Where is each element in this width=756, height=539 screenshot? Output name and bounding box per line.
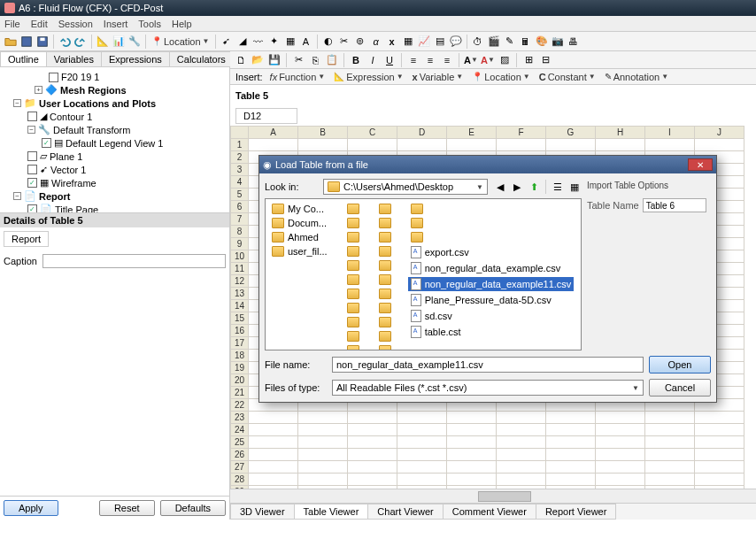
file-item[interactable]: table.cst bbox=[408, 325, 575, 339]
node-f20[interactable]: F20 19 1 bbox=[61, 72, 99, 82]
lookin-combo[interactable]: C:\Users\Ahmed\Desktop ▼ bbox=[323, 179, 488, 195]
cell[interactable] bbox=[546, 436, 596, 449]
cell[interactable] bbox=[695, 412, 744, 424]
cell[interactable] bbox=[447, 461, 497, 474]
bg-icon[interactable]: ▨ bbox=[498, 53, 512, 67]
node-tp[interactable]: Title Page bbox=[55, 204, 98, 214]
cell[interactable] bbox=[695, 461, 744, 474]
cell[interactable] bbox=[447, 474, 497, 486]
row-header[interactable]: 28 bbox=[231, 474, 249, 486]
cancel-button[interactable]: Cancel bbox=[649, 379, 711, 397]
cell[interactable] bbox=[546, 486, 596, 489]
save-icon[interactable] bbox=[19, 35, 34, 49]
folder-item[interactable] bbox=[344, 330, 362, 343]
cell[interactable] bbox=[596, 449, 645, 461]
merge-icon[interactable]: ⊟ bbox=[538, 53, 552, 67]
row-header[interactable]: 7 bbox=[231, 213, 249, 226]
cell[interactable] bbox=[497, 486, 546, 489]
border-icon[interactable]: ⊞ bbox=[521, 53, 536, 67]
legend-icon[interactable]: ▤ bbox=[433, 35, 447, 49]
stream-icon[interactable]: 〰 bbox=[251, 35, 266, 49]
file-name-input[interactable] bbox=[332, 357, 644, 373]
align-center-icon[interactable]: ≡ bbox=[423, 53, 437, 67]
node-report[interactable]: Report bbox=[39, 191, 70, 202]
cell[interactable] bbox=[497, 449, 546, 461]
tool3-icon[interactable]: 🔧 bbox=[127, 35, 142, 49]
toggle-ulp[interactable]: − bbox=[13, 99, 21, 107]
defaults-button[interactable]: Defaults bbox=[160, 500, 226, 516]
row-header[interactable]: 9 bbox=[231, 238, 249, 250]
tab-chart-viewer[interactable]: Chart Viewer bbox=[367, 504, 443, 520]
file-browser[interactable]: My Co...Docum...Ahmeduser_fil... export.… bbox=[265, 198, 582, 350]
cell[interactable] bbox=[497, 461, 546, 474]
cell[interactable] bbox=[645, 449, 695, 461]
redo-icon[interactable] bbox=[73, 35, 88, 49]
col-header[interactable]: D bbox=[397, 127, 447, 139]
paste-icon[interactable]: 📋 bbox=[325, 53, 339, 67]
detail-view-icon[interactable]: ▦ bbox=[567, 180, 582, 194]
cell[interactable] bbox=[397, 474, 447, 486]
toggle-report[interactable]: − bbox=[13, 192, 21, 200]
undo-icon[interactable] bbox=[58, 35, 72, 49]
node-wireframe[interactable]: Wireframe bbox=[51, 178, 96, 189]
file-item[interactable]: sd.csv bbox=[408, 309, 575, 323]
folder-item[interactable] bbox=[344, 302, 362, 314]
row-header[interactable]: 10 bbox=[231, 250, 249, 263]
cell[interactable] bbox=[397, 412, 447, 424]
clip-icon[interactable]: ✂ bbox=[337, 35, 351, 49]
details-tab-report[interactable]: Report bbox=[4, 231, 49, 247]
row-header[interactable]: 21 bbox=[231, 387, 249, 399]
node-mesh[interactable]: Mesh Regions bbox=[60, 85, 127, 96]
vortex-icon[interactable]: ⊚ bbox=[353, 35, 367, 49]
open-icon[interactable] bbox=[4, 35, 18, 49]
place-item[interactable]: My Co... bbox=[269, 203, 330, 215]
folder-item[interactable] bbox=[376, 273, 394, 286]
insert-annotation[interactable]: ✎ Annotation ▼ bbox=[603, 72, 671, 82]
cell[interactable] bbox=[447, 486, 497, 489]
close-icon[interactable]: ✕ bbox=[688, 158, 713, 171]
cam-icon[interactable]: 📷 bbox=[551, 35, 565, 49]
folder-item[interactable] bbox=[344, 273, 362, 286]
node-legend[interactable]: Default Legend View 1 bbox=[66, 138, 164, 149]
insert-constant[interactable]: C Constant ▼ bbox=[537, 72, 598, 82]
cut-icon[interactable]: ✂ bbox=[291, 53, 305, 67]
cell[interactable] bbox=[447, 412, 497, 424]
cell[interactable] bbox=[249, 424, 298, 436]
tab-comment-viewer[interactable]: Comment Viewer bbox=[443, 504, 536, 520]
file-item[interactable]: non_regular_data_example11.csv bbox=[408, 277, 575, 291]
folder-item[interactable] bbox=[344, 217, 362, 229]
toggle-dt[interactable]: − bbox=[27, 126, 35, 134]
col-header[interactable]: G bbox=[546, 127, 596, 139]
tab-expressions[interactable]: Expressions bbox=[101, 51, 170, 66]
node-plane[interactable]: Plane 1 bbox=[50, 151, 82, 162]
volume-icon[interactable]: ▦ bbox=[283, 35, 297, 49]
save3-icon[interactable]: 💾 bbox=[267, 53, 282, 67]
cell[interactable] bbox=[546, 449, 596, 461]
place-item[interactable]: Ahmed bbox=[269, 231, 330, 243]
cell[interactable] bbox=[249, 139, 298, 151]
timer-icon[interactable]: ⏱ bbox=[471, 35, 485, 49]
particle-icon[interactable]: ✦ bbox=[267, 35, 282, 49]
row-header[interactable]: 15 bbox=[231, 312, 249, 325]
place-item[interactable]: user_fil... bbox=[269, 245, 330, 258]
cell[interactable] bbox=[298, 424, 348, 436]
cell[interactable] bbox=[645, 486, 695, 489]
caption-input[interactable] bbox=[42, 254, 226, 268]
col-header[interactable]: E bbox=[447, 127, 497, 139]
col-header[interactable]: F bbox=[497, 127, 546, 139]
apply-button[interactable]: Apply bbox=[4, 500, 58, 516]
menu-edit[interactable]: Edit bbox=[31, 19, 48, 29]
cell[interactable] bbox=[695, 424, 744, 436]
cell[interactable] bbox=[546, 139, 596, 151]
outline-tree[interactable]: F20 19 1 +🔷Mesh Regions −📁User Locations… bbox=[0, 67, 229, 213]
row-header[interactable]: 13 bbox=[231, 288, 249, 300]
bold-icon[interactable]: B bbox=[349, 53, 363, 67]
cell[interactable] bbox=[546, 474, 596, 486]
row-header[interactable]: 2 bbox=[231, 151, 249, 164]
col-header[interactable]: H bbox=[596, 127, 645, 139]
cell[interactable] bbox=[298, 436, 348, 449]
row-header[interactable]: 23 bbox=[231, 412, 249, 424]
row-header[interactable]: 18 bbox=[231, 350, 249, 362]
col-header[interactable]: C bbox=[348, 127, 397, 139]
table-name-input[interactable] bbox=[643, 198, 706, 212]
